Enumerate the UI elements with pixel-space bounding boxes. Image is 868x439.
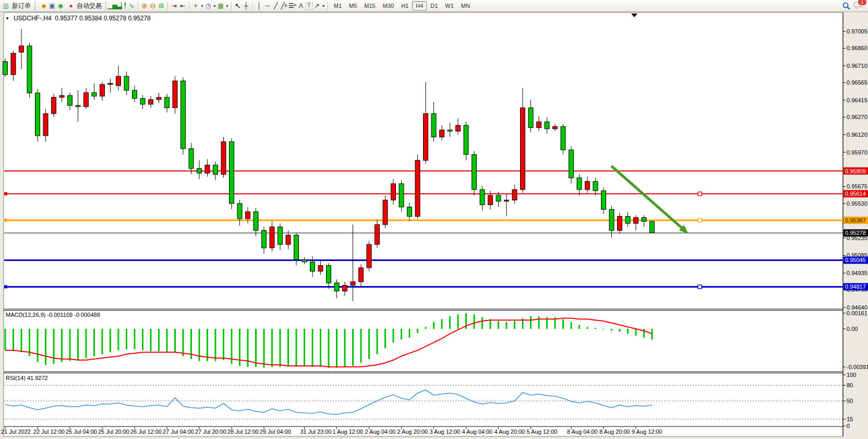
candle-body[interactable] [149, 100, 153, 104]
candle-body[interactable] [448, 130, 452, 131]
candle-body[interactable] [553, 126, 558, 128]
candle-body[interactable] [359, 268, 364, 282]
candle-body[interactable] [367, 244, 371, 268]
candle-body[interactable] [68, 96, 73, 105]
candle-body[interactable] [35, 93, 40, 136]
candle-body[interactable] [19, 46, 24, 52]
candle-body[interactable] [561, 126, 565, 150]
candle-body[interactable] [577, 178, 582, 189]
price-tick-label: 0.96415 [847, 97, 867, 103]
time-tick-label: 29 Jul 04:00 [260, 429, 291, 435]
candle-body[interactable] [464, 125, 468, 155]
candle-body[interactable] [156, 97, 161, 99]
candle-body[interactable] [391, 184, 396, 200]
candle-body[interactable] [278, 227, 283, 245]
time-tick-label: 4 Aug 20:00 [495, 429, 525, 435]
candle-body[interactable] [270, 227, 274, 248]
candle-body[interactable] [440, 130, 444, 137]
candle-body[interactable] [189, 149, 194, 169]
candle-body[interactable] [221, 141, 226, 174]
candle-body[interactable] [431, 114, 436, 137]
candle-body[interactable] [496, 195, 501, 201]
level-handle[interactable] [4, 285, 7, 288]
candle-body[interactable] [634, 218, 638, 223]
candle-body[interactable] [302, 259, 307, 262]
candle-body[interactable] [601, 191, 606, 209]
level-handle[interactable] [4, 219, 7, 222]
candle-body[interactable] [197, 169, 202, 173]
level-handle[interactable] [698, 285, 702, 289]
candle-body[interactable] [593, 181, 598, 191]
candle-body[interactable] [92, 92, 97, 96]
level-handle[interactable] [698, 192, 702, 196]
price-badge-label: 0.95614 [845, 191, 866, 197]
candle-body[interactable] [480, 189, 485, 205]
candle-body[interactable] [351, 282, 355, 286]
price-tick-label: 0.95530 [847, 200, 867, 207]
candle-body[interactable] [181, 81, 186, 149]
candle-body[interactable] [456, 125, 461, 131]
level-handle[interactable] [4, 192, 7, 195]
candle-body[interactable] [585, 181, 590, 189]
candle-body[interactable] [343, 286, 347, 291]
candle-body[interactable] [375, 224, 380, 244]
candle-body[interactable] [310, 262, 315, 271]
candle-body[interactable] [173, 81, 177, 108]
candle-body[interactable] [108, 84, 113, 85]
candle-body[interactable] [43, 114, 48, 136]
candle-body[interactable] [262, 230, 267, 248]
candle-body[interactable] [318, 265, 323, 271]
candle-body[interactable] [246, 212, 250, 219]
candle-body[interactable] [124, 76, 129, 90]
candle-body[interactable] [3, 62, 8, 75]
candle-body[interactable] [399, 184, 404, 207]
candle-body[interactable] [650, 221, 655, 233]
chart-canvas[interactable]: 0.970050.968600.967100.965650.964150.962… [0, 0, 868, 439]
candle-body[interactable] [237, 204, 242, 219]
candle-body[interactable] [415, 160, 420, 216]
candle-body[interactable] [327, 265, 331, 283]
candle-body[interactable] [132, 90, 137, 99]
candle-body[interactable] [521, 108, 525, 190]
candle-body[interactable] [254, 212, 258, 231]
candle-body[interactable] [504, 200, 509, 201]
candle-body[interactable] [528, 108, 533, 128]
candle-body[interactable] [52, 97, 56, 113]
candle-body[interactable] [213, 165, 218, 174]
price-tick-label: 0.96120 [847, 132, 867, 138]
candle-body[interactable] [512, 189, 517, 200]
candle-body[interactable] [84, 92, 89, 106]
candle-body[interactable] [116, 76, 121, 86]
candle-body[interactable] [205, 165, 210, 173]
price-tick-label: 0.97005 [847, 28, 867, 34]
candle-body[interactable] [537, 122, 541, 127]
candle-body[interactable] [11, 53, 16, 75]
candle-body[interactable] [424, 114, 428, 160]
candle-body[interactable] [569, 150, 574, 178]
time-tick-label: 31 Jul 23:00 [300, 429, 332, 435]
candle-body[interactable] [294, 235, 299, 259]
candle-body[interactable] [625, 217, 630, 223]
candle-body[interactable] [618, 217, 622, 231]
level-handle[interactable] [698, 218, 702, 222]
candle-body[interactable] [383, 200, 388, 224]
candle-body[interactable] [334, 283, 339, 291]
candle-body[interactable] [100, 85, 105, 96]
candle-body[interactable] [27, 46, 32, 93]
candle-body[interactable] [140, 99, 145, 104]
price-badge-label: 0.94817 [845, 283, 866, 290]
candle-body[interactable] [609, 209, 614, 230]
macd-indicator-label: MACD(12,26,9) -0.001109 -0.000488 [6, 312, 100, 318]
candle-body[interactable] [286, 235, 291, 244]
chart-menu-caret-icon[interactable]: ▼ [5, 16, 9, 21]
candle-body[interactable] [76, 105, 80, 106]
candle-body[interactable] [472, 155, 477, 189]
candle-body[interactable] [642, 218, 646, 221]
candle-body[interactable] [545, 122, 549, 128]
candle-body[interactable] [59, 96, 64, 97]
candle-body[interactable] [165, 97, 170, 108]
time-tick-label: 28 Jul 12:00 [227, 429, 259, 435]
candle-body[interactable] [230, 141, 234, 204]
candle-body[interactable] [407, 207, 412, 217]
candle-body[interactable] [488, 195, 493, 205]
